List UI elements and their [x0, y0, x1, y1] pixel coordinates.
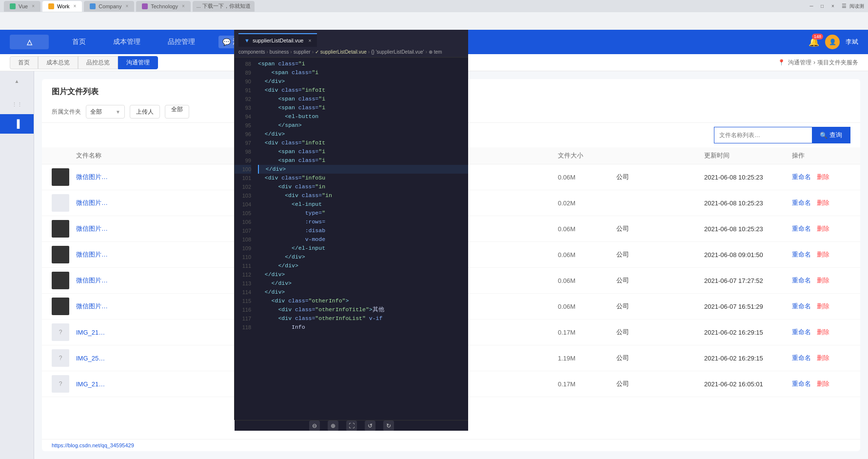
- code-line-98: <span class="i: [258, 147, 468, 156]
- rename-btn-4[interactable]: 重命名: [792, 250, 811, 259]
- code-line-97: <div class="infoIt: [258, 139, 468, 147]
- delete-btn-6[interactable]: 删除: [817, 302, 829, 311]
- vscode-tab-label: supplierListDetail.vue: [253, 38, 304, 43]
- browser-menu-icon[interactable]: ☰: [842, 3, 847, 9]
- nav-logo: △: [10, 35, 49, 49]
- breadcrumb-path: 📍 沟通管理›项目文件夹服务: [778, 59, 858, 67]
- tab-favicon-work: [48, 3, 54, 9]
- rename-btn-1[interactable]: 重命名: [792, 173, 811, 181]
- search-button[interactable]: 🔍 查询: [812, 127, 850, 143]
- code-line-108: v-mode: [258, 235, 468, 244]
- user-name[interactable]: 李斌: [846, 38, 858, 46]
- rename-btn-6[interactable]: 重命名: [792, 302, 811, 311]
- rename-btn-5[interactable]: 重命名: [792, 276, 811, 285]
- delete-btn-1[interactable]: 删除: [817, 173, 829, 181]
- sidebar-dots: ⋮⋮: [12, 101, 22, 108]
- scope-btn[interactable]: 全部: [165, 105, 189, 119]
- sidebar-item-active[interactable]: ▐: [0, 114, 34, 134]
- th-time: 更新时间: [704, 151, 792, 160]
- breadcrumb-tab-quality[interactable]: 品控总览: [78, 56, 118, 69]
- vscode-tabs: ▼ supplierListDetail.vue ×: [235, 30, 468, 47]
- filter-label: 所属文件夹: [52, 108, 81, 116]
- file-time-7: 2021-06-02 16:29:15: [704, 329, 792, 336]
- file-thumb-1: [52, 168, 69, 186]
- code-line-116: <div class="otherInfoTitle">其他: [258, 305, 468, 314]
- search-input[interactable]: [714, 127, 812, 143]
- browser-tab-company[interactable]: Company ×: [84, 1, 134, 12]
- file-size-2: 0.02M: [558, 200, 616, 207]
- nav-item-home[interactable]: 首页: [68, 36, 90, 48]
- zoom-out-icon[interactable]: ⊖: [309, 420, 320, 431]
- window-maximize[interactable]: □: [817, 1, 827, 11]
- code-line-95: </span>: [258, 121, 468, 130]
- code-line-91: <div class="infoIt: [258, 86, 468, 95]
- rename-btn-7[interactable]: 重命名: [792, 328, 811, 337]
- tab-close-vue[interactable]: ×: [32, 3, 35, 9]
- browser-settings[interactable]: 阅读测: [849, 3, 864, 10]
- delete-btn-9[interactable]: 删除: [817, 379, 829, 388]
- browser-tabbar: Vue × Work × Company × Technology × ... …: [0, 0, 868, 12]
- th-filesize: 文件大小: [558, 151, 616, 160]
- notification-badge: 148: [812, 34, 823, 40]
- delete-btn-8[interactable]: 删除: [817, 354, 829, 362]
- nav-item-quality[interactable]: 品控管理: [164, 36, 199, 48]
- tab-close-company[interactable]: ×: [125, 3, 128, 9]
- file-thumb-4: [52, 246, 69, 263]
- upload-btn[interactable]: 上传人: [130, 105, 160, 119]
- browser-tab-vue[interactable]: Vue ×: [4, 1, 40, 12]
- tab-close-technology[interactable]: ×: [182, 3, 185, 9]
- notification-bell[interactable]: 🔔 148: [809, 37, 819, 47]
- nav-item-cost[interactable]: 成本管理: [109, 36, 144, 48]
- code-line-102: <div class="in: [258, 182, 468, 191]
- vscode-tab-file[interactable]: ▼ supplierListDetail.vue ×: [238, 33, 317, 47]
- undo-icon[interactable]: ↺: [365, 420, 375, 431]
- window-minimize[interactable]: ─: [807, 1, 816, 11]
- sidebar-item-1[interactable]: ▲: [0, 71, 34, 91]
- delete-btn-2[interactable]: 删除: [817, 199, 829, 207]
- code-line-115: <div class="otherInfo">: [258, 297, 468, 305]
- breadcrumb-tab-comm[interactable]: 沟通管理: [118, 56, 158, 69]
- rename-btn-8[interactable]: 重命名: [792, 354, 811, 362]
- breadcrumb-path-text: 沟通管理›项目文件夹服务: [788, 59, 858, 67]
- delete-btn-3[interactable]: 删除: [817, 224, 829, 233]
- filter-value: 全部: [90, 108, 102, 116]
- redo-icon[interactable]: ↻: [383, 420, 394, 431]
- delete-btn-5[interactable]: 删除: [817, 276, 829, 285]
- code-content[interactable]: <span class="i <span class="i </div> <di…: [254, 58, 468, 420]
- user-avatar[interactable]: 👤: [825, 35, 840, 49]
- file-thumb-8: ?: [52, 349, 69, 367]
- rename-btn-3[interactable]: 重命名: [792, 224, 811, 233]
- bc-components: components: [238, 49, 265, 55]
- vscode-tab-close[interactable]: ×: [308, 38, 311, 43]
- fullscreen-icon[interactable]: ⛶: [346, 420, 357, 431]
- zoom-in-icon[interactable]: ⊕: [328, 420, 338, 431]
- rename-btn-9[interactable]: 重命名: [792, 379, 811, 388]
- tab-close-work[interactable]: ×: [73, 3, 76, 9]
- footer-link[interactable]: https://blog.csdn.net/qq_34595429: [52, 442, 134, 448]
- vscode-editor-body: 8889909192 9394959697 9899100 1011021031…: [235, 58, 468, 420]
- search-icon: 🔍: [820, 132, 828, 139]
- file-time-2: 2021-06-08 10:25:23: [704, 200, 792, 207]
- code-line-103: <div class="in: [258, 191, 468, 200]
- breadcrumb-tab-home[interactable]: 首页: [10, 56, 38, 69]
- extra-tab-label: ... 下载一下，你就知道: [197, 2, 251, 10]
- breadcrumb-tab-cost[interactable]: 成本总览: [38, 56, 78, 69]
- browser-tab-work[interactable]: Work ×: [42, 1, 82, 12]
- search-input-wrap: 🔍 查询: [714, 127, 850, 143]
- upload-label: 上传人: [136, 108, 154, 116]
- code-line-101: <div class="infoSu: [258, 174, 468, 182]
- search-bar: 🔍 查询: [714, 127, 850, 143]
- filter-select[interactable]: 全部 ▼: [86, 105, 125, 119]
- rename-btn-2[interactable]: 重命名: [792, 199, 811, 207]
- bc-sep-2: ›: [290, 49, 292, 55]
- delete-btn-7[interactable]: 删除: [817, 328, 829, 337]
- window-close[interactable]: ×: [828, 1, 838, 11]
- file-owner-9: 公司: [616, 379, 704, 388]
- code-line-88: <span class="i: [258, 60, 468, 68]
- code-line-96: </div>: [258, 130, 468, 139]
- browser-tab-technology[interactable]: Technology ×: [136, 1, 191, 12]
- code-line-106: :rows=: [258, 218, 468, 226]
- sidebar-item-dots: ⋮⋮: [0, 95, 34, 114]
- file-owner-7: 公司: [616, 328, 704, 337]
- delete-btn-4[interactable]: 删除: [817, 250, 829, 259]
